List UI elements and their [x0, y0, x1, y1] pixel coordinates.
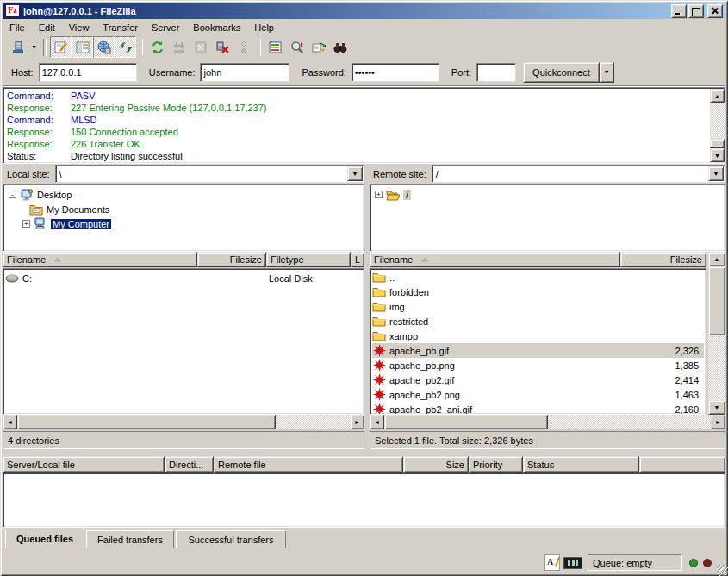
queue-list[interactable] [3, 473, 725, 528]
column-header-remote-file[interactable]: Remote file [214, 456, 403, 473]
tree-item-my-computer[interactable]: + My Computer [22, 216, 111, 231]
remote-scroll-up-button[interactable]: ▲ [708, 252, 725, 266]
ascii-indicator-icon[interactable]: A [544, 554, 560, 571]
tree-item-desktop[interactable]: - Desktop [9, 187, 72, 202]
menu-file[interactable]: File [3, 21, 32, 34]
file-row[interactable]: apache_pb2.png 1,463 [372, 387, 704, 402]
tab-failed-transfers[interactable]: Failed transfers [86, 530, 174, 548]
cancel-button[interactable] [190, 36, 211, 58]
quickconnect-button[interactable]: Quickconnect [523, 62, 600, 83]
log-scroll-up-button[interactable]: ▲ [710, 89, 725, 103]
column-header-filename[interactable]: Filename [370, 252, 620, 267]
process-queue-button[interactable] [168, 36, 190, 58]
log-line: Response:227 Entering Passive Mode (127,… [7, 102, 707, 114]
password-label: Password: [302, 67, 345, 78]
log-scroll-down-button[interactable]: ▼ [710, 148, 725, 162]
open-folder-icon [386, 188, 400, 201]
resize-grip[interactable] [717, 565, 728, 576]
local-scrollbar-thumb[interactable] [17, 415, 276, 429]
synchronized-browsing-icon [290, 41, 304, 54]
remote-scroll-right-button[interactable]: ► [711, 415, 725, 429]
column-header-size[interactable]: Size [403, 456, 469, 473]
toggle-transfer-queue-button[interactable] [115, 36, 136, 58]
tree-item-my-documents[interactable]: My Documents [29, 202, 109, 216]
chevron-down-icon[interactable]: ▼ [708, 166, 724, 181]
menu-edit[interactable]: Edit [32, 21, 62, 34]
file-row-selected[interactable]: apache_pb.gif 2,326 [372, 343, 704, 358]
local-tree-panel[interactable]: - Desktop My Documents + My Computer [3, 184, 364, 252]
column-header-direction[interactable]: Directi... [165, 456, 214, 473]
chevron-down-icon[interactable]: ▼ [347, 166, 363, 181]
column-header-filesize[interactable]: Filesize [197, 252, 266, 267]
log-scrollbar-track[interactable] [710, 103, 725, 139]
remote-scrollbar-track[interactable] [708, 335, 725, 400]
local-site-combo[interactable]: \ ▼ [55, 165, 364, 183]
file-row[interactable]: forbidden [372, 285, 704, 299]
synchronized-browsing-button[interactable] [286, 36, 308, 58]
column-header-last-modified[interactable]: L [351, 252, 364, 267]
local-file-list[interactable]: C: Local Disk [3, 268, 364, 415]
toggle-message-log-button[interactable] [50, 36, 72, 58]
username-input[interactable] [200, 63, 289, 82]
refresh-button[interactable] [146, 36, 168, 58]
file-row[interactable]: restricted [372, 314, 704, 329]
maximize-button[interactable] [688, 4, 704, 18]
local-scrollbar-track[interactable] [276, 415, 350, 429]
minimize-button[interactable] [671, 4, 687, 18]
remote-tree-panel[interactable]: + / [370, 184, 725, 252]
password-input[interactable] [352, 63, 439, 82]
remote-scroll-left-button[interactable]: ◄ [370, 415, 384, 429]
column-header-filesize[interactable]: Filesize [620, 252, 706, 267]
disconnect-button[interactable] [211, 36, 233, 58]
toggle-remote-tree-button[interactable] [93, 36, 115, 58]
binary-indicator-icon[interactable] [563, 557, 582, 569]
quickconnect-dropdown-button[interactable]: ▼ [600, 62, 614, 83]
local-scroll-left-button[interactable]: ◄ [3, 415, 17, 429]
remote-scrollbar-hthumb[interactable] [384, 415, 548, 429]
file-row[interactable]: xampp [372, 329, 704, 343]
message-log-icon [54, 41, 68, 54]
tree-item-root[interactable]: + / [375, 187, 411, 202]
host-input[interactable] [39, 63, 137, 82]
port-input[interactable] [476, 63, 516, 82]
file-row[interactable]: .. [372, 270, 704, 285]
menu-view[interactable]: View [62, 21, 96, 34]
column-header-status[interactable]: Status [523, 456, 639, 473]
expand-icon[interactable]: + [375, 191, 383, 198]
file-row[interactable]: apache_pb.png 1,385 [372, 358, 704, 373]
directory-comparison-button[interactable] [264, 36, 286, 58]
file-row[interactable]: apache_pb2_ani.gif 2,160 [372, 402, 704, 415]
directory-listing-filters-button[interactable] [308, 36, 329, 58]
site-manager-button[interactable] [7, 36, 28, 58]
column-header-server-local-file[interactable]: Server/Local file [3, 456, 165, 473]
file-row[interactable]: apache_pb2.gif 2,414 [372, 373, 704, 387]
column-header-filetype[interactable]: Filetype [266, 252, 351, 267]
remote-file-list[interactable]: .. forbidden img restricted xampp apache… [370, 268, 706, 415]
file-row-c-drive[interactable]: C: Local Disk [5, 271, 362, 285]
find-files-button[interactable] [329, 36, 351, 58]
tab-queued-files[interactable]: Queued files [5, 529, 84, 548]
menu-bookmarks[interactable]: Bookmarks [186, 21, 247, 34]
column-header-priority[interactable]: Priority [469, 456, 523, 473]
message-log[interactable]: Command:PASV Response:227 Entering Passi… [3, 87, 725, 164]
menu-help[interactable]: Help [247, 21, 281, 34]
collapse-icon[interactable]: - [9, 191, 16, 198]
menu-transfer[interactable]: Transfer [96, 21, 145, 34]
remote-site-combo[interactable]: / ▼ [432, 165, 725, 183]
close-button[interactable] [707, 4, 723, 18]
tab-successful-transfers[interactable]: Successful transfers [176, 530, 286, 548]
title-bar[interactable]: Fz john@127.0.0.1 - FileZilla [3, 3, 725, 19]
log-scrollbar-thumb[interactable] [710, 139, 725, 148]
menu-server[interactable]: Server [145, 21, 186, 34]
expand-icon[interactable]: + [22, 220, 30, 228]
toolbar-separator [43, 39, 47, 56]
remote-scroll-down-button[interactable]: ▼ [708, 400, 725, 415]
reconnect-button[interactable] [233, 36, 254, 58]
file-row[interactable]: img [372, 299, 704, 314]
remote-scrollbar-htrack[interactable] [548, 415, 711, 429]
remote-scrollbar-thumb[interactable] [708, 266, 725, 335]
toggle-local-tree-button[interactable] [72, 36, 93, 58]
local-scroll-right-button[interactable]: ► [350, 415, 364, 429]
site-manager-dropdown-button[interactable]: ▼ [28, 37, 40, 57]
column-header-filename[interactable]: Filename [3, 252, 197, 267]
